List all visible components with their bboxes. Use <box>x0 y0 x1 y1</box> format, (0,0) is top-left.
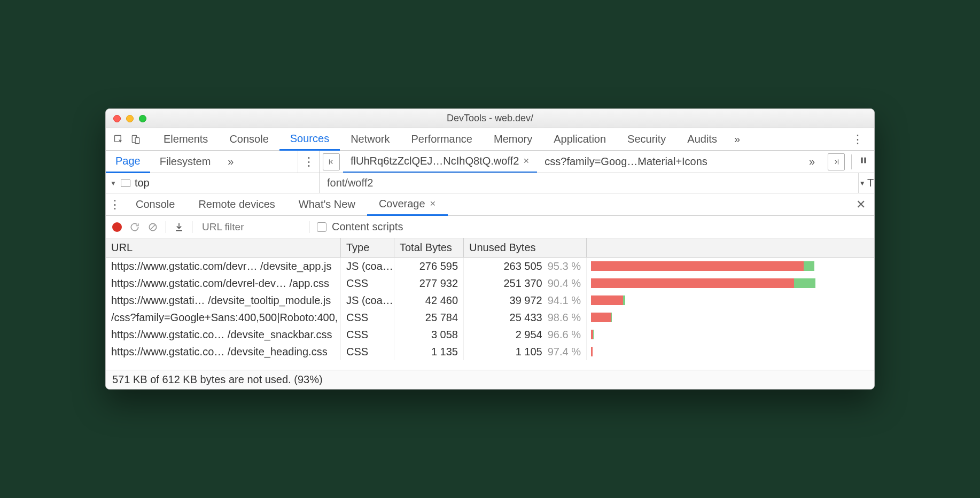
cell-total-bytes: 1 135 <box>394 343 464 360</box>
header-unused-bytes[interactable]: Unused Bytes <box>464 238 587 257</box>
drawer-close-button[interactable]: ✕ <box>847 198 874 212</box>
navigator-tab-page[interactable]: Page <box>106 151 150 173</box>
tab-audits[interactable]: Audits <box>676 128 728 151</box>
separator <box>166 221 166 233</box>
drawer-tab-console[interactable]: Console <box>124 193 186 216</box>
table-body: https://www.gstatic.com/devr… /devsite_a… <box>106 258 874 370</box>
table-row[interactable]: https://www.gstatic.co… /devsite_snackba… <box>106 326 874 343</box>
cell-type: CSS <box>341 275 394 292</box>
record-button[interactable] <box>112 222 122 232</box>
svg-rect-2 <box>135 137 139 143</box>
more-tabs-button[interactable]: » <box>728 133 746 145</box>
cell-total-bytes: 42 460 <box>394 292 464 309</box>
settings-menu-button[interactable]: ⋮ <box>845 133 870 146</box>
table-row[interactable]: /css?family=Google+Sans:400,500|Roboto:4… <box>106 309 874 326</box>
cell-unused-bytes: 25 43398.6 % <box>464 309 587 326</box>
inspect-element-icon[interactable] <box>110 131 127 148</box>
mime-type-label: font/woff2 <box>327 177 373 189</box>
tab-console[interactable]: Console <box>219 128 279 151</box>
cell-usage-bar <box>587 292 874 309</box>
source-tab[interactable]: css?family=Goog…Material+Icons <box>537 151 715 173</box>
cell-total-bytes: 276 595 <box>394 258 464 275</box>
reload-icon[interactable] <box>129 222 140 232</box>
cell-usage-bar <box>587 309 874 326</box>
source-tab-label: flUhRq6tzZclQEJ…NcIhQ8tQ.woff2 <box>351 155 519 167</box>
clear-icon[interactable] <box>147 222 158 232</box>
coverage-toolbar: Content scripts <box>106 216 874 238</box>
close-tab-icon[interactable]: ✕ <box>430 199 436 208</box>
pause-script-button[interactable] <box>855 156 872 167</box>
cell-unused-bytes: 39 97294.1 % <box>464 292 587 309</box>
tab-memory[interactable]: Memory <box>483 128 543 151</box>
cell-type: CSS <box>341 343 394 360</box>
table-row[interactable]: https://www.gstati… /devsite_tooltip_mod… <box>106 292 874 309</box>
drawer-tab-what-s-new[interactable]: What's New <box>287 193 367 216</box>
drawer-tab-remote-devices[interactable]: Remote devices <box>186 193 286 216</box>
coverage-table: URL Type Total Bytes Unused Bytes https:… <box>106 238 874 370</box>
cell-type: CSS <box>341 309 394 326</box>
cell-unused-bytes: 251 37090.4 % <box>464 275 587 292</box>
cell-url: https://www.gstatic.co… /devsite_heading… <box>106 343 341 360</box>
tab-application[interactable]: Application <box>543 128 617 151</box>
tab-network[interactable]: Network <box>340 128 400 151</box>
header-type[interactable]: Type <box>341 238 394 257</box>
devtools-window: DevTools - web.dev/ ElementsConsoleSourc… <box>105 108 875 390</box>
header-url[interactable]: URL <box>106 238 341 257</box>
cell-usage-bar <box>587 275 874 292</box>
drawer-tab-coverage[interactable]: Coverage✕ <box>367 193 448 216</box>
drawer-tab-label: Coverage <box>379 198 425 210</box>
export-icon[interactable] <box>174 222 184 232</box>
tab-sources[interactable]: Sources <box>279 128 340 151</box>
drawer-tab-label: Remote devices <box>198 198 275 211</box>
table-header: URL Type Total Bytes Unused Bytes <box>106 238 874 258</box>
source-tabs-overflow-button[interactable]: » <box>803 155 821 168</box>
cell-url: https://www.gstatic.com/devr… /devsite_a… <box>106 258 341 275</box>
source-file-tabs: flUhRq6tzZclQEJ…NcIhQ8tQ.woff2✕css?famil… <box>320 151 874 173</box>
tab-security[interactable]: Security <box>617 128 676 151</box>
tab-elements[interactable]: Elements <box>153 128 219 151</box>
tab-scroll-left-button[interactable] <box>323 153 340 170</box>
table-row[interactable]: https://www.gstatic.com/devrel-dev… /app… <box>106 275 874 292</box>
page-tree[interactable]: ▼ top <box>106 173 320 193</box>
navigator-tab-filesystem[interactable]: Filesystem <box>150 151 221 173</box>
separator <box>309 221 309 233</box>
main-toolbar: ElementsConsoleSourcesNetworkPerformance… <box>106 128 874 151</box>
status-text: 571 KB of 612 KB bytes are not used. (93… <box>112 374 323 386</box>
cell-url: https://www.gstati… /devsite_tooltip_mod… <box>106 292 341 309</box>
drawer-tabs: ⋮ ConsoleRemote devicesWhat's NewCoverag… <box>106 193 874 216</box>
window-titlebar: DevTools - web.dev/ <box>106 109 874 128</box>
main-panel-tabs: ElementsConsoleSourcesNetworkPerformance… <box>153 128 728 151</box>
drawer-menu-button[interactable]: ⋮ <box>106 198 124 212</box>
cell-usage-bar <box>587 326 874 343</box>
navigator-overflow-button[interactable]: » <box>220 155 241 168</box>
device-toolbar-icon[interactable] <box>127 131 144 148</box>
cell-total-bytes: 277 932 <box>394 275 464 292</box>
cell-url: https://www.gstatic.co… /devsite_snackba… <box>106 326 341 343</box>
table-row[interactable]: https://www.gstatic.co… /devsite_heading… <box>106 343 874 360</box>
url-filter-input[interactable] <box>200 219 301 235</box>
tab-performance[interactable]: Performance <box>401 128 484 151</box>
cell-url: https://www.gstatic.com/devrel-dev… /app… <box>106 275 341 292</box>
source-tab[interactable]: flUhRq6tzZclQEJ…NcIhQ8tQ.woff2✕ <box>343 151 537 173</box>
navigator-menu-button[interactable]: ⋮ <box>298 151 319 173</box>
close-tab-icon[interactable]: ✕ <box>523 157 530 165</box>
tree-expand-icon[interactable]: ▼ <box>110 180 116 187</box>
content-scripts-checkbox[interactable]: Content scripts <box>317 221 403 233</box>
cell-usage-bar <box>587 343 874 360</box>
header-total-bytes[interactable]: Total Bytes <box>394 238 464 257</box>
cell-unused-bytes: 263 50595.3 % <box>464 258 587 275</box>
tab-scroll-right-button[interactable] <box>828 153 845 170</box>
right-strip-label: T <box>867 177 874 189</box>
cell-unused-bytes: 1 10597.4 % <box>464 343 587 360</box>
checkbox-icon[interactable] <box>317 222 326 232</box>
secondary-toolbar-row: PageFilesystem » ⋮ flUhRq6tzZclQEJ…NcIhQ… <box>106 151 874 173</box>
content-scripts-label: Content scripts <box>332 221 403 233</box>
table-row[interactable]: https://www.gstatic.com/devr… /devsite_a… <box>106 258 874 275</box>
header-usage-bar <box>587 238 874 257</box>
window-title: DevTools - web.dev/ <box>106 113 874 124</box>
right-sidebar-toggle[interactable]: ▼ T <box>858 173 874 193</box>
cell-unused-bytes: 2 95496.6 % <box>464 326 587 343</box>
source-content-info: font/woff2 <box>320 173 858 193</box>
cell-type: JS (coa… <box>341 258 394 275</box>
drawer-tab-label: Console <box>136 198 175 211</box>
